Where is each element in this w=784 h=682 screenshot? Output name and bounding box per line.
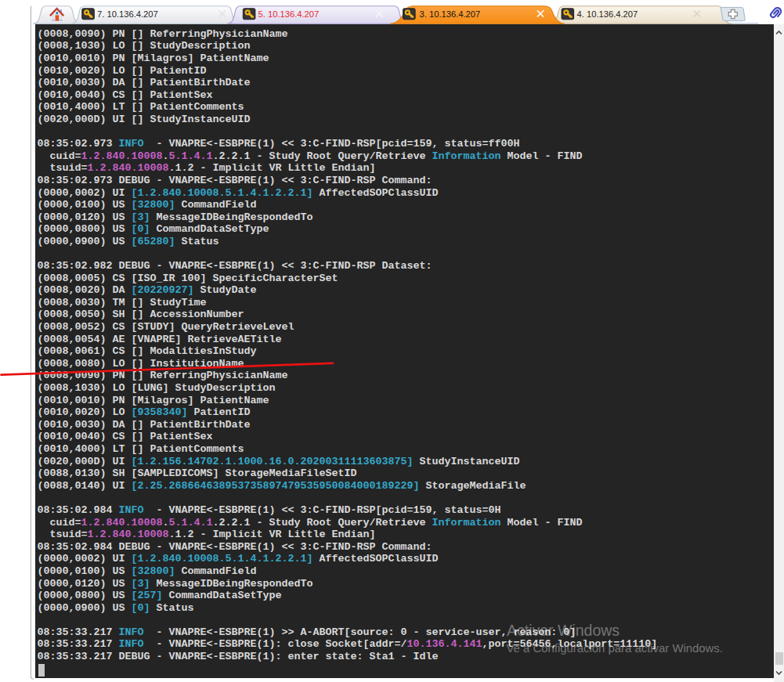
svg-text:5. 10.136.4.207: 5. 10.136.4.207 bbox=[258, 9, 320, 19]
svg-text:3. 10.136.4.207: 3. 10.136.4.207 bbox=[420, 9, 481, 19]
svg-text:4. 10.136.4.207: 4. 10.136.4.207 bbox=[577, 9, 638, 19]
svg-text:7. 10.136.4.207: 7. 10.136.4.207 bbox=[97, 9, 158, 19]
